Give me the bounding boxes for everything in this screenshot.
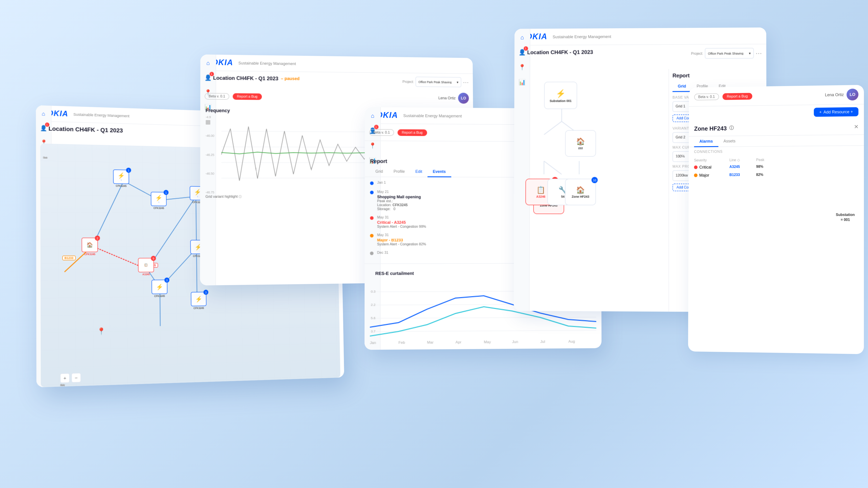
freq-y5: -46.75 (206, 191, 214, 194)
freq-back-arrow[interactable]: ← (205, 74, 211, 81)
zone-tab-alarms[interactable]: Alarms (694, 136, 718, 147)
freq-beta-badge: Beta v. 0.1 (205, 93, 229, 100)
freq-y-labels: -4.9 -46.00 -46.25 -46.50 -46.75 (206, 116, 214, 194)
map-node-badge-1: 1 (126, 168, 131, 173)
freq-page-title: Location CH4FK - Q1 2023 (213, 75, 278, 82)
svg-text:Apr: Apr (456, 340, 462, 344)
alarm-table-header: Severity Line ◇ Peak (694, 157, 858, 162)
tree-zzz[interactable]: 🏠 zzz (565, 130, 596, 157)
svg-text:Jul: Jul (540, 339, 545, 343)
map-node-3[interactable]: 🏠 2 CFK3245 (82, 238, 98, 256)
event-date-dec31: Dec 31 (377, 251, 388, 255)
tree-zone-bot-badge: 16 (592, 177, 598, 183)
map-node-label-3: CFK3245 (84, 253, 95, 256)
grid-more-icon[interactable]: ⋯ (756, 50, 762, 57)
critical-dot (694, 165, 698, 169)
critical-label: Critical (700, 165, 712, 169)
alarm-row-critical: Critical A3245 98% (694, 164, 858, 169)
zone-add-resource-btn[interactable]: + Add Resource + (814, 107, 858, 117)
tab-grid[interactable]: Grid (370, 166, 388, 177)
map-page-title: Location CH4FK - Q1 2023 (49, 125, 123, 134)
tab-profile[interactable]: Profile (388, 166, 410, 177)
tree-zone-bot-label: Zone HF243 (572, 195, 589, 198)
map-zoom-in[interactable]: + (60, 373, 70, 383)
event-detail-major: System Alert - Congestion 82% (377, 242, 426, 246)
tree-54-label: 54 (561, 195, 564, 198)
map-node-4[interactable]: 📋 9 A3245 (138, 258, 154, 276)
tree-substation-label: Substation 001 (550, 99, 572, 102)
freq-project-dropdown[interactable]: Office Park Peak Shaving ▾ (415, 76, 461, 87)
alarm-row-major: Major B1233 82% (694, 172, 858, 177)
tab-edit[interactable]: Edit (410, 167, 428, 177)
event-date-major: May 31 (377, 233, 426, 237)
rese-chart-title: RES-E curtailment (370, 268, 419, 276)
zone-title-row: Zone HF243 ⓘ × (689, 119, 864, 136)
zone-tab-assets[interactable]: Assets (718, 136, 741, 147)
map-location-pin[interactable]: 📍 (97, 327, 105, 335)
report-sidebar-home[interactable]: ⌂ (368, 111, 377, 121)
zone-close-btn[interactable]: × (854, 123, 859, 131)
event-dot-may21 (370, 191, 374, 194)
map-x-axis-aug: Aug (60, 384, 65, 387)
alarm-peak-critical: 98% (756, 164, 783, 169)
freq-user-avatar: LO (458, 93, 469, 104)
sidebar-home-icon[interactable]: ⌂ (39, 109, 48, 118)
grid-back-arrow[interactable]: ← (519, 49, 524, 56)
grid-tab-grid[interactable]: Grid (673, 81, 691, 92)
zone-info-icon: ⓘ (730, 125, 734, 131)
zone-alarms-panel: Beta v. 0.1 Report a Bug Lena Ortiz LO +… (688, 85, 864, 354)
svg-line-33 (544, 121, 562, 135)
event-dot-major (370, 234, 374, 237)
app-subtitle-report: Sustainable Energy Management (403, 113, 462, 118)
freq-y4: -46.50 (206, 172, 214, 175)
map-node-badge-4: 9 (151, 256, 156, 261)
alarm-line-critical: A3245 (730, 165, 756, 169)
grid-sidebar-home[interactable]: ⌂ (518, 32, 527, 42)
report-title: Report (370, 158, 387, 164)
tree-zzz-label: zzz (578, 147, 583, 150)
map-node-badge-8: 3 (204, 290, 209, 295)
tree-zone-bot[interactable]: 🏠 Zone HF243 16 (565, 179, 596, 205)
alarms-table: Severity Line ◇ Peak Critical A3245 98% (689, 153, 864, 184)
event-title-major: Major - B1233 (377, 238, 426, 242)
freq-more-icon[interactable]: ⋯ (463, 79, 469, 86)
freq-y3: -46.25 (206, 153, 214, 156)
event-detail-critical: System Alert - Congestion 98% (377, 224, 426, 228)
svg-text:Feb: Feb (399, 340, 405, 344)
zone-report-bug-btn[interactable]: Report a Bug (722, 93, 752, 100)
event-title-critical: Critical - A3245 (377, 220, 426, 225)
event-date-critical: May 31 (377, 215, 426, 219)
zone-title-text: Zone HF243 ⓘ (694, 125, 734, 132)
map-node-6[interactable]: ⚡ 3 CFK3245 (151, 280, 167, 297)
freq-status-paused: – paused (281, 76, 300, 81)
alarm-peak-major: 82% (756, 173, 783, 177)
map-back-arrow[interactable]: ← (40, 125, 46, 132)
map-node-1[interactable]: ⚡ ↑ 1 CFK3245 (113, 169, 129, 187)
map-zoom-out[interactable]: − (71, 373, 81, 383)
svg-text:3.7: 3.7 (371, 329, 376, 333)
app-subtitle-grid: Sustainable Energy Management (553, 34, 611, 39)
zone-tabs: Alarms Assets (689, 135, 864, 147)
freq-user-name: Lena Ortiz (438, 96, 456, 100)
major-label: Major (699, 173, 709, 177)
tree-substation[interactable]: ⚡ Substation 001 (544, 82, 577, 109)
freq-report-bug-btn[interactable]: Report a Bug (232, 93, 262, 100)
event-dot-dec31 (370, 252, 374, 255)
map-node-8[interactable]: ⚡ 3 CFK3245 (191, 292, 206, 310)
tab-events[interactable]: Events (428, 167, 451, 177)
map-node-label-6: CFK3245 (154, 295, 165, 297)
freq-sidebar-home[interactable]: ⌂ (203, 58, 213, 68)
freq-y1: -4.9 (206, 116, 214, 119)
network-tree-area: ⚡ Substation 001 🏠 Zone H (514, 69, 669, 312)
grid-project-dropdown[interactable]: Office Park Peak Shaving ▾ (705, 48, 754, 59)
report-bug-btn[interactable]: Report a Bug (397, 129, 427, 136)
event-dot-critical (370, 216, 374, 220)
map-node-label-1: CFK3245 (116, 185, 127, 187)
plus-icon-zone: + (819, 110, 822, 115)
svg-text:5.6: 5.6 (371, 316, 376, 320)
map-node-2[interactable]: ⚡ ↑ 1 CFK3245 (151, 192, 166, 209)
svg-text:2.2: 2.2 (371, 303, 376, 306)
alarm-header-line: Line ◇ (730, 158, 756, 162)
app-subtitle-map: Sustainable Energy Management (73, 112, 129, 118)
freq-y2: -46.00 (206, 134, 214, 137)
